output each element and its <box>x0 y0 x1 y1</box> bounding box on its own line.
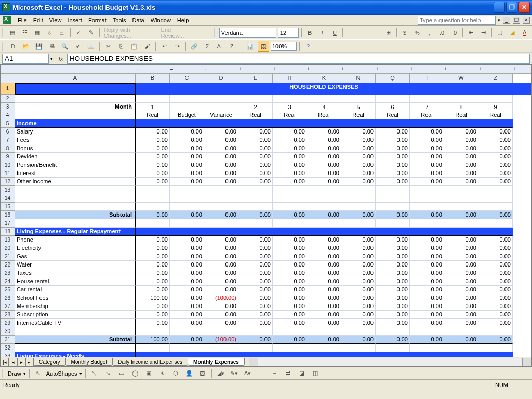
cell[interactable]: 0.00 <box>238 211 273 219</box>
cell[interactable]: 0.00 <box>341 211 376 219</box>
cell[interactable] <box>376 203 410 211</box>
cell[interactable] <box>444 186 478 194</box>
column-header-C[interactable]: C <box>170 74 204 83</box>
cell[interactable] <box>410 344 444 352</box>
cell[interactable]: 0.00 <box>376 277 410 286</box>
mdi-minimize-button[interactable]: _ <box>503 17 510 24</box>
row-header[interactable]: 2 <box>1 95 15 103</box>
cell[interactable]: 0.00 <box>410 336 444 344</box>
cell[interactable] <box>376 186 410 194</box>
row-label[interactable]: Interest <box>15 169 136 178</box>
cell[interactable] <box>410 194 444 203</box>
chart-wizard-button[interactable]: 📊 <box>245 41 256 52</box>
cell[interactable] <box>238 186 273 194</box>
cell[interactable]: 0.00 <box>444 311 478 319</box>
cell[interactable]: 0.00 <box>136 244 170 252</box>
cell[interactable]: 0.00 <box>444 294 478 302</box>
outline-toggle[interactable]: + <box>257 65 291 73</box>
cell[interactable]: 5 <box>341 103 376 111</box>
cell[interactable] <box>341 219 376 228</box>
cell[interactable] <box>410 327 444 336</box>
cell[interactable] <box>204 327 238 336</box>
cell[interactable]: 0.00 <box>136 161 170 169</box>
help-dropdown-icon[interactable]: ▾ <box>498 18 500 23</box>
cell[interactable] <box>170 95 204 103</box>
cell[interactable]: 0.00 <box>238 144 273 153</box>
drawing-toggle-button[interactable]: 🖼 <box>258 41 269 52</box>
cell[interactable]: 0.00 <box>376 211 410 219</box>
row-header[interactable]: 30 <box>1 327 15 336</box>
cell[interactable]: 0.00 <box>136 169 170 178</box>
cell[interactable]: 2 <box>238 103 273 111</box>
toolbar-icon[interactable]: ✎ <box>86 27 97 38</box>
cell[interactable] <box>410 219 444 228</box>
row-label[interactable]: Salary <box>15 128 136 136</box>
cell[interactable]: 0.00 <box>478 302 513 311</box>
cell[interactable]: 0.00 <box>238 136 273 144</box>
cell[interactable]: 0.00 <box>410 294 444 302</box>
menu-edit[interactable]: Edit <box>30 16 46 24</box>
cell[interactable]: 0.00 <box>410 144 444 153</box>
cell[interactable]: 0.00 <box>273 169 307 178</box>
minimize-button[interactable]: _ <box>494 2 505 13</box>
cell[interactable]: 0.00 <box>410 244 444 252</box>
cell[interactable]: (100.00) <box>204 294 238 302</box>
cell[interactable]: 0.00 <box>444 211 478 219</box>
mdi-close-button[interactable]: × <box>523 17 530 24</box>
cell[interactable]: 0.00 <box>136 277 170 286</box>
cell[interactable]: 0.00 <box>410 319 444 327</box>
cell[interactable]: 0.00 <box>136 211 170 219</box>
cell[interactable]: 1 <box>136 103 170 111</box>
row-header[interactable]: 8 <box>1 144 15 153</box>
row-label[interactable]: House rental <box>15 277 136 286</box>
cell[interactable] <box>478 344 513 352</box>
increase-indent-button[interactable]: ⇥ <box>478 27 489 38</box>
cell[interactable]: 0.00 <box>410 269 444 277</box>
cell[interactable]: 0.00 <box>376 319 410 327</box>
cell[interactable]: 0.00 <box>478 161 513 169</box>
decrease-decimal-button[interactable]: .0 <box>449 27 460 38</box>
cell[interactable]: 0.00 <box>307 336 341 344</box>
cell[interactable] <box>15 194 136 203</box>
line-color-icon[interactable]: ✎▾ <box>229 368 240 379</box>
cell[interactable] <box>444 219 478 228</box>
cell[interactable]: 0.00 <box>307 244 341 252</box>
decrease-indent-button[interactable]: ⇤ <box>466 27 476 38</box>
cell[interactable] <box>238 327 273 336</box>
autosum-button[interactable]: Σ <box>202 41 213 52</box>
cell[interactable] <box>238 344 273 352</box>
cell[interactable]: 0.00 <box>273 252 307 261</box>
cell[interactable]: 0.00 <box>478 269 513 277</box>
cell[interactable]: 0.00 <box>478 128 513 136</box>
cell[interactable] <box>273 344 307 352</box>
menu-format[interactable]: Format <box>85 16 110 24</box>
cell[interactable]: 0.00 <box>376 252 410 261</box>
format-painter-button[interactable]: 🖌 <box>141 41 153 52</box>
cell[interactable]: 0.00 <box>204 302 238 311</box>
cell[interactable]: 0.00 <box>478 319 513 327</box>
line-icon[interactable]: ＼ <box>89 368 100 379</box>
cell[interactable] <box>238 95 273 103</box>
toolbar-icon[interactable]: ☷ <box>20 27 31 38</box>
cell[interactable]: 0.00 <box>444 252 478 261</box>
cell[interactable] <box>15 344 136 352</box>
sheet-tab[interactable]: Monthly Budget <box>65 358 113 366</box>
cell[interactable]: 0.00 <box>136 302 170 311</box>
formula-bar[interactable] <box>67 54 530 64</box>
row-header[interactable]: 25 <box>1 286 15 294</box>
row-label[interactable]: Phone <box>15 236 136 244</box>
cell[interactable]: 0.00 <box>273 153 307 161</box>
cell[interactable]: 0.00 <box>170 311 204 319</box>
cell[interactable] <box>273 95 307 103</box>
cell[interactable]: 0.00 <box>341 153 376 161</box>
cell[interactable]: 9 <box>478 103 513 111</box>
cell[interactable]: 0.00 <box>238 169 273 178</box>
cell[interactable]: 0.00 <box>307 311 341 319</box>
cell[interactable]: 0.00 <box>204 236 238 244</box>
row-header[interactable]: 5 <box>1 119 15 128</box>
save-button[interactable]: 💾 <box>33 41 45 52</box>
outline-toggle[interactable]: + <box>394 65 429 73</box>
cell[interactable]: 0.00 <box>341 128 376 136</box>
column-header-Z[interactable]: Z <box>478 74 513 83</box>
dash-style-icon[interactable]: ┄ <box>269 368 281 379</box>
